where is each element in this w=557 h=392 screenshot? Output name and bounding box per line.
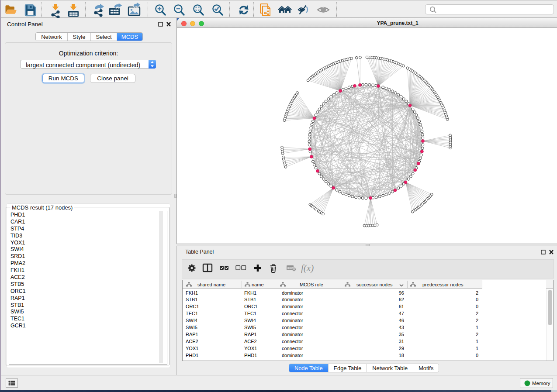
svg-text:f(x): f(x) xyxy=(301,263,314,273)
